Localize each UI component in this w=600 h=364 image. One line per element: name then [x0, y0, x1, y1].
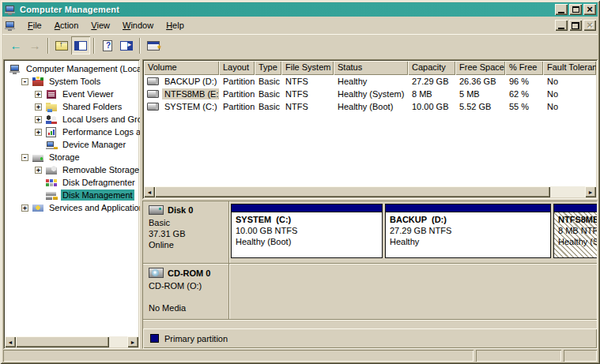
column-header-status[interactable]: Status [334, 61, 408, 75]
menu-help[interactable]: Help [160, 19, 191, 32]
tree-item-shared-folders[interactable]: Shared Folders [3, 100, 140, 113]
volume-disk-icon [147, 103, 159, 111]
column-header-free-space[interactable]: Free Space [455, 61, 505, 75]
child-minimize-button[interactable] [555, 20, 568, 31]
column-header-capacity[interactable]: Capacity [408, 61, 455, 75]
scrollbar-track[interactable] [109, 336, 127, 347]
tree-item-storage[interactable]: Storage [3, 151, 140, 163]
scroll-right-arrow[interactable]: ► [585, 186, 596, 197]
scrollbar-thumb[interactable] [16, 336, 109, 347]
shared-folders-icon [45, 102, 58, 112]
child-restore-icon [572, 22, 579, 29]
primary-partition-bar [386, 205, 550, 212]
scroll-left-arrow[interactable]: ◄ [5, 336, 16, 347]
tree-item-performance-logs[interactable]: Performance Logs and Alerts [3, 126, 140, 138]
back-button[interactable]: ← [6, 36, 25, 54]
new-window-button[interactable] [144, 36, 163, 54]
help-button[interactable] [98, 36, 117, 54]
menu-view[interactable]: View [85, 19, 116, 32]
partition-system-c[interactable]: SYSTEM (C:) 10.00 GB NTFS Healthy (Boot) [231, 204, 383, 258]
disk-type: Basic [149, 217, 223, 228]
volume-row-backup[interactable]: BACKUP (D:) Partition Basic NTFS Healthy… [144, 75, 596, 88]
tree-item-system-tools[interactable]: System Tools [3, 75, 140, 88]
show-hide-action-pane-button[interactable] [117, 36, 136, 54]
scrollbar-thumb[interactable] [155, 186, 550, 197]
menu-bar: File Action View Window Help [2, 17, 598, 34]
disk-management-icon [45, 190, 58, 201]
up-folder-icon [55, 41, 68, 51]
show-hide-console-tree-button[interactable] [71, 36, 90, 54]
column-header-layout[interactable]: Layout [219, 61, 255, 75]
close-button[interactable] [583, 4, 596, 15]
volume-list: Volume Layout Type File System Status Ca… [142, 59, 598, 199]
menu-window[interactable]: Window [116, 19, 160, 32]
tree-item-event-viewer[interactable]: Event Viewer [3, 88, 140, 100]
status-bar [3, 350, 597, 362]
help-icon [103, 40, 112, 51]
local-users-icon [45, 114, 58, 125]
expand-expander-icon[interactable] [35, 167, 42, 174]
primary-partition-bar [232, 205, 382, 212]
system-tools-icon [32, 77, 44, 87]
scrollbar-track[interactable] [550, 186, 585, 197]
expand-expander-icon[interactable] [35, 116, 42, 123]
child-minimize-icon [558, 28, 564, 29]
disk-0-info[interactable]: Disk 0 Basic 37.31 GB Online [143, 201, 229, 263]
computer-management-app-icon[interactable] [4, 5, 17, 15]
console-tree-pane: Computer Management (Local) System Tools… [3, 59, 140, 349]
volume-row-ntfs8mb[interactable]: NTFS8MB (E:) Partition Basic NTFS Health… [144, 88, 596, 100]
expand-expander-icon[interactable] [21, 205, 28, 212]
graphical-disk-view: Disk 0 Basic 37.31 GB Online SYSTEM (C:)… [142, 201, 598, 349]
disk-0-partitions: SYSTEM (C:) 10.00 GB NTFS Healthy (Boot)… [229, 201, 597, 263]
child-window-system-icon[interactable] [4, 21, 17, 31]
tree-horizontal-scrollbar[interactable]: ◄ ► [5, 336, 138, 347]
partition-ntfs8mb-e[interactable]: NTFS8MB (E:) 8 MB NTFS Healthy (System) [553, 204, 597, 258]
cdrom-0-info[interactable]: CD-ROM 0 CD-ROM (O:) No Media [143, 264, 229, 319]
expand-expander-icon[interactable] [35, 129, 42, 136]
window-title: Computer Management [20, 5, 553, 14]
volume-list-horizontal-scrollbar[interactable]: ◄ ► [144, 186, 596, 197]
column-header-file-system[interactable]: File System [281, 61, 334, 75]
tree-item-disk-management[interactable]: Disk Management [3, 189, 140, 201]
disk-icon [149, 205, 164, 215]
collapse-expander-icon[interactable] [21, 78, 28, 85]
menu-items: File Action View Window Help [21, 19, 553, 32]
maximize-icon [572, 6, 579, 13]
tree-item-computer-management[interactable]: Computer Management (Local) [3, 62, 140, 75]
up-one-level-button[interactable] [52, 36, 71, 54]
disk-defragmenter-icon [45, 178, 58, 188]
column-header-volume[interactable]: Volume [144, 61, 219, 75]
menu-file[interactable]: File [21, 19, 48, 32]
expand-expander-icon[interactable] [35, 91, 42, 98]
tree-item-removable-storage[interactable]: Removable Storage [3, 163, 140, 176]
forward-button[interactable]: → [25, 36, 44, 54]
column-header-type[interactable]: Type [255, 61, 281, 75]
window-gear-icon [147, 41, 160, 51]
status-pane [564, 350, 597, 362]
menu-action[interactable]: Action [48, 19, 85, 32]
child-close-button[interactable] [583, 20, 596, 31]
scroll-right-arrow[interactable]: ► [127, 336, 138, 347]
column-header-pct-free[interactable]: % Free [505, 61, 543, 75]
tree-item-device-manager[interactable]: Device Manager [3, 138, 140, 151]
primary-partition-swatch [150, 334, 159, 343]
maximize-button[interactable] [569, 4, 582, 15]
partition-backup-d[interactable]: BACKUP (D:) 27.29 GB NTFS Healthy [385, 204, 551, 258]
tree-item-services-and-applications[interactable]: Services and Applications [3, 201, 140, 214]
column-header-fault-tolerance[interactable]: Fault Tolerance [543, 61, 596, 75]
tree-item-local-users-and-groups[interactable]: Local Users and Groups [3, 113, 140, 126]
tree-item-disk-defragmenter[interactable]: Disk Defragmenter [3, 176, 140, 189]
volume-row-system[interactable]: SYSTEM (C:) Partition Basic NTFS Healthy… [144, 100, 596, 113]
expand-expander-icon[interactable] [35, 103, 42, 111]
minimize-button[interactable] [555, 4, 568, 15]
collapse-expander-icon[interactable] [21, 154, 28, 161]
status-pane [3, 350, 474, 362]
cdrom-0-row: CD-ROM 0 CD-ROM (O:) No Media [143, 264, 597, 320]
legend-label: Primary partition [164, 334, 228, 343]
title-bar[interactable]: Computer Management [2, 2, 598, 17]
volume-disk-icon [147, 77, 159, 85]
legend-bar: Primary partition [143, 328, 597, 348]
scroll-left-arrow[interactable]: ◄ [144, 186, 155, 197]
storage-icon [32, 152, 44, 163]
child-restore-button[interactable] [569, 20, 582, 31]
